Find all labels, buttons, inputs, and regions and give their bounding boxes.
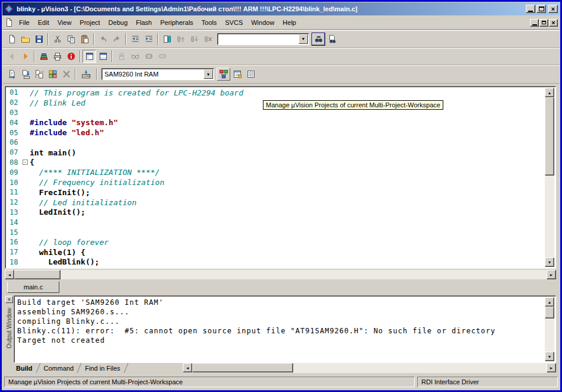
menu-peripherals[interactable]: Peripherals xyxy=(156,17,198,28)
output-scroll-right-button[interactable]: ► xyxy=(547,363,556,372)
output-tab-command[interactable]: Command xyxy=(40,364,78,372)
print-button[interactable] xyxy=(50,50,64,63)
project-window-button[interactable] xyxy=(82,50,96,63)
output-vscrollbar[interactable]: ▲ ▼ xyxy=(545,297,554,361)
translate-icon xyxy=(7,69,17,79)
new-file-button[interactable] xyxy=(5,33,18,46)
rebuild-target-button[interactable] xyxy=(32,68,46,81)
binoculars-icon xyxy=(314,34,323,44)
output-close-button[interactable]: x xyxy=(5,296,13,303)
find-in-files-button[interactable] xyxy=(312,33,325,46)
mdi-close-button[interactable]: × xyxy=(549,19,558,27)
output-line[interactable]: Target not created xyxy=(17,336,544,345)
scroll-up-button[interactable]: ▲ xyxy=(545,88,554,97)
output-tab-build[interactable]: Build xyxy=(12,364,37,372)
output-hscrollbar[interactable]: ◄ ► xyxy=(183,363,556,373)
menu-tools[interactable]: Tools xyxy=(198,17,221,28)
indent-button[interactable] xyxy=(142,33,155,46)
code-line-15[interactable]: 15 xyxy=(7,227,545,237)
code-line-09[interactable]: 09 /**** INITIALIZATION ****/ xyxy=(7,167,545,177)
code-line-01[interactable]: 01// This program is created for LPC-H22… xyxy=(7,88,545,98)
batch-icon xyxy=(48,69,58,79)
menu-help[interactable]: Help xyxy=(278,17,300,28)
code-line-13[interactable]: 13 LedInit(); xyxy=(7,208,545,218)
close-button[interactable]: × xyxy=(548,5,558,13)
hscroll-thumb[interactable] xyxy=(14,270,61,279)
paste-button[interactable] xyxy=(78,33,91,46)
code-line-17[interactable]: 17 while(1) { xyxy=(7,247,545,257)
scroll-down-button[interactable]: ▼ xyxy=(545,257,554,267)
build-output-text: Build target 'SAM9260 Int RAM'assembling… xyxy=(17,298,544,361)
fold-toggle[interactable]: - xyxy=(23,160,28,165)
code-line-04[interactable]: 04#include "system.h" xyxy=(7,117,545,128)
build-target-button[interactable] xyxy=(18,68,32,81)
scroll-right-button[interactable]: ► xyxy=(547,270,556,279)
batch-build-button[interactable] xyxy=(46,68,59,81)
window-project-icon xyxy=(85,52,94,61)
tab-main-c[interactable]: main.c xyxy=(7,281,59,293)
output-tab-find-in-files[interactable]: Find in Files xyxy=(81,364,124,372)
code-line-05[interactable]: 05#include "led.h" xyxy=(7,128,545,138)
download-flash-button[interactable]: LOAD xyxy=(78,68,94,81)
output-line[interactable]: Blinky.c(11): error: #5: cannot open sou… xyxy=(17,326,544,336)
menu-svcs[interactable]: SVCS xyxy=(221,17,247,28)
code-text: #include "system.h" xyxy=(30,118,118,127)
navigate-forward-button[interactable] xyxy=(18,50,32,63)
output-scroll-left-button[interactable]: ◄ xyxy=(183,363,192,372)
mdi-minimize-button[interactable] xyxy=(530,19,539,27)
editor-hscrollbar[interactable]: ◄ ► xyxy=(5,270,556,279)
scroll-left-button[interactable]: ◄ xyxy=(5,270,14,279)
find-button[interactable] xyxy=(325,33,339,46)
configure-flash-icon xyxy=(246,69,256,79)
stop-icon xyxy=(62,69,71,79)
output-line[interactable]: compiling Blinky.c... xyxy=(17,317,544,326)
mdi-restore-button[interactable] xyxy=(539,19,548,27)
code-line-06[interactable]: 06 xyxy=(7,138,545,148)
target-select-combo-dropdown-button[interactable]: ▼ xyxy=(204,69,213,79)
output-scroll-up-button[interactable]: ▲ xyxy=(545,297,554,307)
copy-button[interactable] xyxy=(64,33,78,46)
about-button[interactable] xyxy=(64,50,78,63)
unindent-button[interactable] xyxy=(128,33,142,46)
find-combo-dropdown-button[interactable]: ▼ xyxy=(299,34,308,44)
maximize-button[interactable] xyxy=(536,5,546,13)
menu-debug[interactable]: Debug xyxy=(104,17,132,28)
menu-edit[interactable]: Edit xyxy=(34,17,53,28)
code-line-07[interactable]: 07int main() xyxy=(7,148,545,158)
output-hscroll-thumb[interactable] xyxy=(192,363,293,372)
books-window-button[interactable] xyxy=(37,50,50,63)
vscroll-thumb[interactable] xyxy=(545,97,554,176)
configure-flash-button[interactable] xyxy=(244,68,258,81)
menu-view[interactable]: View xyxy=(53,17,76,28)
toggle-bookmark-button[interactable] xyxy=(160,33,174,46)
code-line-16[interactable]: 16 // loop forever xyxy=(7,237,545,247)
editor-vscrollbar[interactable]: ▲ ▼ xyxy=(545,88,554,267)
output-scroll-down-button[interactable]: ▼ xyxy=(545,352,554,361)
menu-file[interactable]: File xyxy=(15,17,34,28)
cut-button[interactable] xyxy=(50,33,64,46)
menu-project[interactable]: Project xyxy=(75,17,104,28)
menu-window[interactable]: Window xyxy=(247,17,278,28)
output-vscroll-thumb[interactable] xyxy=(545,307,554,318)
line-number: 13 xyxy=(7,208,22,216)
open-file-button[interactable] xyxy=(18,33,32,46)
code-line-18[interactable]: 18 LedBlink(); xyxy=(7,257,545,267)
code-line-14[interactable]: 14 xyxy=(7,217,545,227)
target-select-combo[interactable]: SAM9260 Int RAM▼ xyxy=(101,68,214,80)
code-line-10[interactable]: 10 // Frequency initialization xyxy=(7,177,545,187)
toolbar-row1: ▼ xyxy=(2,30,560,48)
find-combo[interactable]: ▼ xyxy=(217,33,309,45)
code-line-12[interactable]: 12 // Led initialization xyxy=(7,197,545,208)
manage-workspace-button[interactable] xyxy=(217,68,230,81)
code-line-08[interactable]: 08-{ xyxy=(7,158,545,168)
code-editor[interactable]: 01// This program is created for LPC-H22… xyxy=(5,86,556,269)
code-line-11[interactable]: 11 FrecInit(); xyxy=(7,187,545,197)
output-line[interactable]: Build target 'SAM9260 Int RAM' xyxy=(17,298,544,307)
minimize-button[interactable] xyxy=(526,5,535,13)
manage-components-button[interactable] xyxy=(230,68,244,81)
save-file-button[interactable] xyxy=(32,33,46,46)
output-window-button[interactable] xyxy=(96,50,110,63)
output-line[interactable]: assembling SAM9260.s... xyxy=(17,307,544,317)
translate-file-button[interactable] xyxy=(5,68,18,81)
menu-flash[interactable]: Flash xyxy=(132,17,156,28)
